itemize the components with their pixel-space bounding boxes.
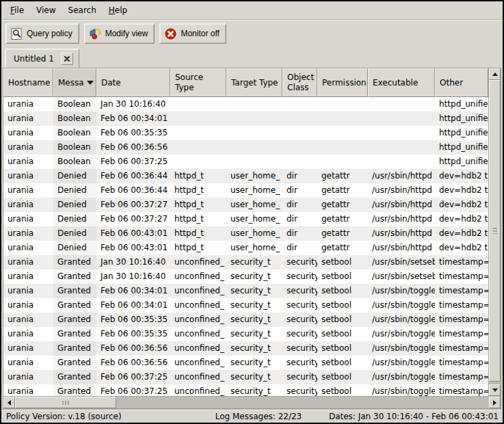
table-cell: urania bbox=[3, 140, 53, 155]
column-header-permission[interactable]: Permission bbox=[317, 68, 368, 97]
table-cell: unconfined_ bbox=[170, 356, 226, 370]
table-row[interactable]: uraniaBooleanFeb 06 00:34:01httpd_unifie… bbox=[3, 111, 488, 126]
column-header-executable[interactable]: Executable bbox=[368, 68, 435, 97]
table-cell: unconfined_ bbox=[170, 384, 226, 396]
column-header-target-type[interactable]: Target Type bbox=[226, 68, 282, 97]
table-cell: setbool bbox=[317, 370, 368, 384]
menu-file[interactable]: File bbox=[4, 3, 30, 18]
modify-view-button[interactable]: Modify view bbox=[84, 23, 155, 44]
vertical-scrollbar-thumb[interactable] bbox=[489, 80, 501, 382]
table-row[interactable]: uraniaGrantedFeb 06 00:35:35unconfined_s… bbox=[3, 327, 488, 341]
table-cell: dev=hdb2 timesta bbox=[435, 226, 488, 241]
table-cell: urania bbox=[3, 198, 53, 212]
monitor-off-icon bbox=[164, 27, 177, 40]
table-cell: Jan 30 10:16:40 bbox=[96, 97, 170, 111]
table-row[interactable]: uraniaGrantedFeb 06 00:34:01unconfined_s… bbox=[3, 284, 488, 298]
table-cell: unconfined_ bbox=[170, 298, 226, 313]
table-row[interactable]: uraniaGrantedFeb 06 00:37:25unconfined_s… bbox=[3, 370, 488, 384]
table-cell: user_home_ bbox=[226, 212, 282, 226]
table-cell: security_t bbox=[226, 327, 282, 341]
table-row[interactable]: uraniaGrantedFeb 06 00:35:35unconfined_s… bbox=[3, 313, 488, 327]
table-cell: Boolean bbox=[53, 111, 96, 126]
column-header-other[interactable]: Other bbox=[435, 68, 488, 97]
policy-version-status: Policy Version: v.18 (source) bbox=[4, 412, 197, 421]
table-cell: Boolean bbox=[53, 155, 96, 169]
column-header-message[interactable]: Messa bbox=[53, 68, 96, 97]
query-policy-button[interactable]: Query policy bbox=[5, 23, 79, 44]
menu-view[interactable]: View bbox=[30, 3, 62, 18]
table-cell: security bbox=[282, 341, 317, 356]
table-cell: Granted bbox=[53, 356, 96, 370]
scroll-left-button[interactable] bbox=[3, 397, 15, 408]
table-header: Hostname Messa Date Source Type Target T… bbox=[3, 68, 488, 97]
table-row[interactable]: uraniaDeniedFeb 06 00:36:44httpd_tuser_h… bbox=[3, 169, 488, 183]
table-row[interactable]: uraniaBooleanFeb 06 00:37:25httpd_unifie… bbox=[3, 155, 488, 169]
table-cell: security_t bbox=[226, 341, 282, 356]
column-header-label: Permission bbox=[322, 78, 367, 88]
table-row[interactable]: uraniaBooleanFeb 06 00:36:56httpd_unifie… bbox=[3, 140, 488, 155]
dates-status: Dates: Jan 30 10:16:40 - Feb 06 00:43:01 bbox=[320, 412, 500, 421]
menu-search[interactable]: Search bbox=[62, 3, 103, 18]
table-cell: /usr/sbin/setseb bbox=[368, 255, 435, 269]
column-header-date[interactable]: Date bbox=[96, 68, 170, 97]
table-cell: /usr/sbin/toggle bbox=[368, 298, 435, 313]
table-cell: setbool bbox=[317, 269, 368, 284]
scroll-right-button[interactable] bbox=[489, 397, 501, 408]
table-cell: Feb 06 00:36:56 bbox=[96, 356, 170, 370]
table-row[interactable]: uraniaDeniedFeb 06 00:36:44httpd_tuser_h… bbox=[3, 183, 488, 198]
table-row[interactable]: uraniaGrantedJan 30 10:16:40unconfined_s… bbox=[3, 255, 488, 269]
menu-help[interactable]: Help bbox=[103, 3, 133, 18]
arrow-right-icon bbox=[493, 400, 496, 406]
table-row[interactable]: uraniaGrantedFeb 06 00:36:56unconfined_s… bbox=[3, 341, 488, 356]
table-cell bbox=[317, 111, 368, 126]
table-cell: Denied bbox=[53, 212, 96, 226]
table-row[interactable]: uraniaBooleanFeb 06 00:35:35httpd_unifie… bbox=[3, 126, 488, 140]
column-header-source-type[interactable]: Source Type bbox=[170, 68, 226, 97]
table-cell: user_home_ bbox=[226, 226, 282, 241]
table-cell: /usr/sbin/httpd bbox=[368, 198, 435, 212]
column-header-object-class[interactable]: Object Class bbox=[282, 68, 317, 97]
table-cell: Denied bbox=[53, 226, 96, 241]
table-cell: dir bbox=[282, 226, 317, 241]
scroll-down-button[interactable] bbox=[489, 384, 501, 396]
table-cell: timestamp=11071 bbox=[435, 269, 488, 284]
table-row[interactable]: uraniaDeniedFeb 06 00:37:27httpd_tuser_h… bbox=[3, 198, 488, 212]
horizontal-scrollbar[interactable] bbox=[3, 396, 501, 408]
vertical-scrollbar[interactable] bbox=[488, 68, 501, 396]
table-cell bbox=[317, 155, 368, 169]
tab-untitled-1[interactable]: Untitled 1 bbox=[5, 49, 79, 68]
table-cell: Feb 06 00:37:25 bbox=[96, 384, 170, 396]
table-cell: getattr bbox=[317, 198, 368, 212]
table-cell: httpd_t bbox=[170, 241, 226, 255]
table-cell: urania bbox=[3, 298, 53, 313]
table-row[interactable]: uraniaGrantedFeb 06 00:34:01unconfined_s… bbox=[3, 298, 488, 313]
table-cell: Denied bbox=[53, 169, 96, 183]
table-row[interactable]: uraniaGrantedFeb 06 00:36:56unconfined_s… bbox=[3, 356, 488, 370]
table-cell: unconfined_ bbox=[170, 284, 226, 298]
horizontal-scrollbar-thumb[interactable] bbox=[15, 397, 116, 408]
table-cell: httpd_t bbox=[170, 226, 226, 241]
tab-close-button[interactable] bbox=[61, 53, 73, 65]
scroll-up-button[interactable] bbox=[489, 68, 501, 80]
table-row[interactable]: uraniaBooleanJan 30 10:16:40httpd_unifie… bbox=[3, 97, 488, 111]
table-cell: security_t bbox=[226, 384, 282, 396]
table-cell: /usr/sbin/toggle bbox=[368, 370, 435, 384]
table-cell: /usr/sbin/toggle bbox=[368, 327, 435, 341]
table-cell: getattr bbox=[317, 183, 368, 198]
table-row[interactable]: uraniaDeniedFeb 06 00:43:01httpd_tuser_h… bbox=[3, 241, 488, 255]
table-row[interactable]: uraniaGrantedFeb 06 00:37:25unconfined_s… bbox=[3, 384, 488, 396]
query-policy-label: Query policy bbox=[27, 29, 72, 38]
table-cell: security bbox=[282, 327, 317, 341]
table-row[interactable]: uraniaDeniedFeb 06 00:43:01httpd_tuser_h… bbox=[3, 226, 488, 241]
table-cell bbox=[317, 126, 368, 140]
column-header-hostname[interactable]: Hostname bbox=[3, 68, 53, 97]
modify-view-label: Modify view bbox=[105, 29, 148, 38]
table-row[interactable]: uraniaDeniedFeb 06 00:37:27httpd_tuser_h… bbox=[3, 212, 488, 226]
table-cell: security bbox=[282, 313, 317, 327]
table-cell: Jan 30 10:16:40 bbox=[96, 255, 170, 269]
table-cell: /usr/sbin/toggle bbox=[368, 356, 435, 370]
monitor-off-button[interactable]: Monitor off bbox=[159, 23, 226, 44]
table-row[interactable]: uraniaGrantedJan 30 10:16:40unconfined_s… bbox=[3, 269, 488, 284]
table-cell: security bbox=[282, 298, 317, 313]
table-cell: urania bbox=[3, 111, 53, 126]
